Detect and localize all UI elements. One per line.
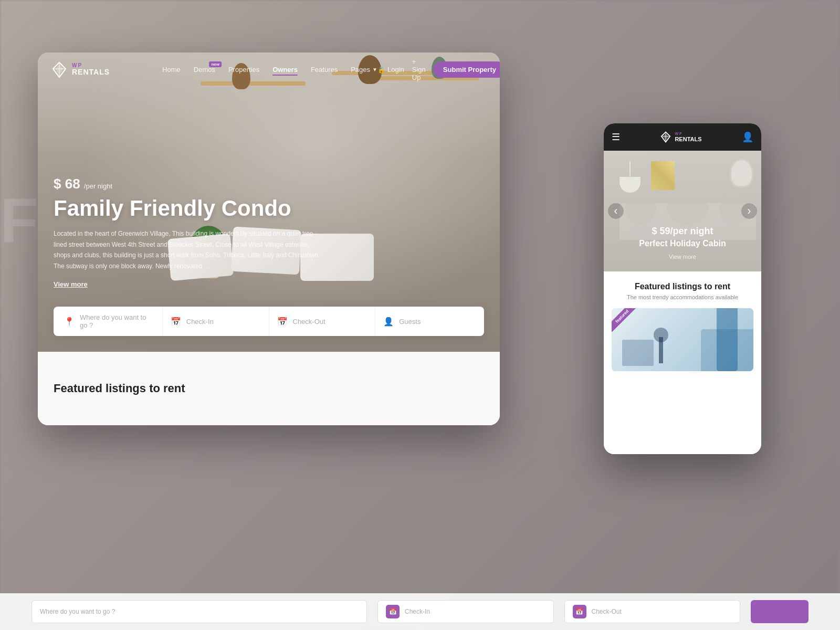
demos-badge: new <box>209 61 222 67</box>
bottom-checkout-icon: 📅 <box>573 605 586 618</box>
bottom-location-field[interactable]: Where do you want to go ? <box>32 600 367 623</box>
submit-property-button[interactable]: Submit Property <box>434 61 500 78</box>
mobile-listing-card[interactable]: featured <box>612 308 753 371</box>
mobile-hero-content: $ 59/per night Perfect Holiday Cabin Vie… <box>604 226 761 261</box>
calendar-icon-checkin: 📅 <box>171 317 181 327</box>
mobile-featured-section: Featured listings to rent The most trend… <box>604 271 761 454</box>
bottom-checkout-field[interactable]: 📅 Check-Out <box>564 600 741 623</box>
nav-pages[interactable]: Pages ▼ <box>351 66 377 74</box>
checkout-placeholder: Check-Out <box>293 318 326 326</box>
mobile-mirror <box>730 159 753 187</box>
bottom-checkout-placeholder: Check-Out <box>592 608 622 615</box>
mobile-listing-badge-wrap: featured <box>612 308 640 337</box>
mobile-featured-badge: featured <box>612 308 638 332</box>
mobile-price: $ 59/per night <box>604 226 761 237</box>
mobile-logo-diamond-icon <box>660 131 671 143</box>
nav-owners[interactable]: Owners <box>272 66 298 74</box>
mobile-featured-title: Featured listings to rent <box>612 282 753 291</box>
location-icon: 📍 <box>64 317 75 327</box>
desktop-browser-card: WP RENTALS Home Demos new Properties Own… <box>38 52 500 425</box>
view-more-link[interactable]: View more <box>54 280 88 288</box>
calendar-icon-checkout: 📅 <box>277 317 288 327</box>
nav-demos[interactable]: Demos new <box>194 66 215 74</box>
nav-properties[interactable]: Properties <box>228 66 259 74</box>
nav-actions: 🔒 Login + Sign Up Submit Property <box>377 58 500 81</box>
bottom-search-overlay: Where do you want to go ? 📅 Check-In 📅 C… <box>0 593 840 630</box>
guests-placeholder: Guests <box>399 318 421 326</box>
mobile-cabin-title: Perfect Holiday Cabin <box>604 239 761 248</box>
mobile-user-icon[interactable]: 👤 <box>742 131 753 143</box>
mobile-pendant-light <box>620 161 640 193</box>
nav-login-button[interactable]: 🔒 Login <box>377 66 404 74</box>
price-unit: /per night <box>84 182 112 190</box>
mobile-listing-lamp-shade <box>654 328 668 342</box>
hero-content: $ 68 /per night Family Friendly Condo Lo… <box>54 176 321 289</box>
price-display: $ 68 /per night <box>54 176 321 192</box>
guests-field[interactable]: 👤 Guests <box>375 307 481 336</box>
bottom-location-placeholder: Where do you want to go ? <box>40 608 115 615</box>
search-bar: 📍 Where do you want to go ? 📅 Check-In 📅… <box>54 307 484 336</box>
location-placeholder: Where do you want to go ? <box>80 313 154 329</box>
pages-chevron-icon: ▼ <box>372 67 377 72</box>
mobile-logo[interactable]: WP RENTALS <box>660 131 701 143</box>
bottom-checkin-placeholder: Check-In <box>405 608 430 615</box>
hero-description: Located in the heart of Greenwich Villag… <box>54 228 321 271</box>
lock-icon: 🔒 <box>377 66 385 74</box>
navbar: WP RENTALS Home Demos new Properties Own… <box>38 52 500 87</box>
featured-title: Featured listings to rent <box>54 382 185 395</box>
logo-rentals-label: RENTALS <box>72 68 110 76</box>
checkin-field[interactable]: 📅 Check-In <box>163 307 269 336</box>
location-field[interactable]: 📍 Where do you want to go ? <box>56 307 163 336</box>
mobile-listing-curtain <box>717 308 738 371</box>
mobile-featured-subtitle: The most trendy accommodations available <box>612 294 753 300</box>
bottom-checkin-icon: 📅 <box>386 605 400 618</box>
logo-text: WP RENTALS <box>72 62 110 76</box>
mobile-logo-rentals: RENTALS <box>675 136 701 142</box>
mobile-device-card: ☰ WP RENTALS 👤 <box>604 123 761 454</box>
nav-signup-button[interactable]: + Sign Up <box>412 58 426 81</box>
bottom-submit-button[interactable] <box>751 600 808 623</box>
checkout-field[interactable]: 📅 Check-Out <box>269 307 376 336</box>
hero-section: WP RENTALS Home Demos new Properties Own… <box>38 52 500 352</box>
nav-features[interactable]: Features <box>311 66 338 74</box>
mobile-arrow-right-icon[interactable]: › <box>741 203 757 219</box>
checkin-placeholder: Check-In <box>186 318 214 326</box>
price-amount: $ 68 <box>54 176 84 192</box>
mobile-logo-wp: WP <box>675 132 701 136</box>
mobile-hero-slider: ‹ › $ 59/per night Perfect Holiday Cabin… <box>604 151 761 271</box>
mobile-arrow-left-icon[interactable]: ‹ <box>608 203 624 219</box>
nav-links: Home Demos new Properties Owners Feature… <box>162 66 377 74</box>
logo-diamond-icon <box>51 61 68 78</box>
mobile-view-more-link[interactable]: View more <box>669 254 696 260</box>
logo[interactable]: WP RENTALS <box>51 61 110 78</box>
mobile-listing-item <box>622 340 654 366</box>
mobile-navbar: ☰ WP RENTALS 👤 <box>604 123 761 151</box>
nav-home[interactable]: Home <box>162 66 181 74</box>
mobile-wall-art <box>651 161 675 190</box>
hero-title: Family Friendly Condo <box>54 196 321 220</box>
mobile-hamburger-icon[interactable]: ☰ <box>612 131 620 143</box>
featured-section-header: Featured listings to rent <box>38 352 500 425</box>
guests-icon: 👤 <box>383 317 394 327</box>
mobile-logo-text: WP RENTALS <box>675 132 701 142</box>
bottom-checkin-field[interactable]: 📅 Check-In <box>377 600 554 623</box>
